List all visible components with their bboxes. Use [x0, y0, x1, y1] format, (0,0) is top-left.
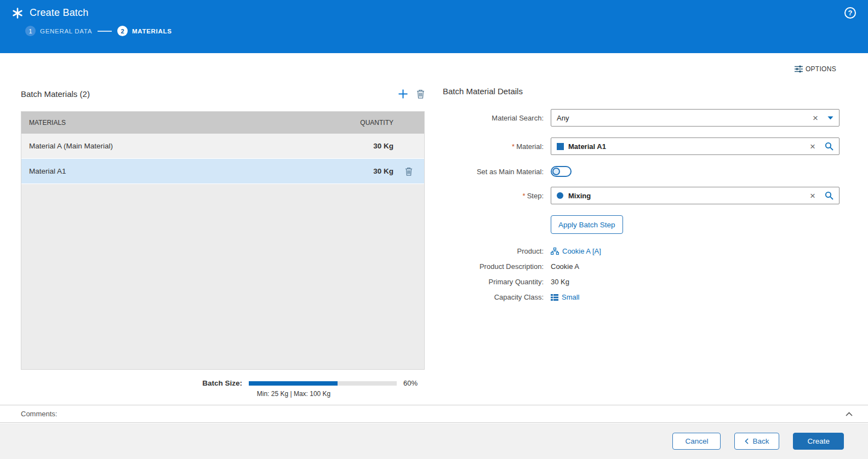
back-label: Back — [752, 437, 769, 445]
add-material-button[interactable] — [398, 89, 408, 99]
required-marker: * — [523, 192, 526, 200]
product-description-value: Cookie A — [551, 262, 579, 271]
batch-size-percent: 60% — [403, 379, 422, 387]
step-value: Mixing — [568, 192, 591, 200]
comments-label: Comments: — [21, 410, 57, 418]
options-label: OPTIONS — [806, 65, 836, 73]
search-icon[interactable] — [825, 142, 833, 151]
required-marker: * — [512, 142, 515, 151]
material-value: Material A1 — [568, 142, 606, 151]
product-description-label: Product Description: — [443, 262, 551, 271]
plus-icon — [398, 89, 408, 99]
step-2-circle: 2 — [117, 26, 128, 36]
product-hierarchy-icon — [551, 248, 559, 255]
chevron-left-icon — [745, 438, 749, 444]
capacity-grid-icon — [551, 294, 558, 301]
materials-actions — [398, 89, 425, 99]
help-glyph: ? — [848, 9, 853, 17]
material-search-value: Any — [557, 114, 569, 122]
batch-materials-header: Batch Materials (2) — [21, 87, 425, 101]
batch-materials-table: MATERIALS QUANTITY Material A (Main Mate… — [21, 111, 425, 370]
search-icon[interactable] — [825, 191, 833, 200]
primary-quantity-value: 30 Kg — [551, 278, 569, 286]
batch-materials-title: Batch Materials (2) — [21, 89, 90, 99]
row-action-cell — [393, 167, 424, 176]
material-search-label: Material Search: — [443, 114, 551, 122]
product-description-row: Product Description: Cookie A — [443, 262, 852, 271]
step-label: *Step: — [443, 192, 551, 200]
step-1-label: GENERAL DATA — [40, 28, 92, 35]
step-connector-line — [98, 31, 112, 32]
material-search-input[interactable]: Any × — [551, 109, 840, 127]
quantity-cell: 30 Kg — [333, 142, 393, 150]
set-main-material-row: Set as Main Material: — [443, 166, 852, 177]
product-link[interactable]: Cookie A [A] — [551, 247, 601, 255]
material-input[interactable]: Material A1 × — [551, 137, 840, 155]
table-empty-area — [21, 184, 424, 369]
material-name-cell: Material A (Main Material) — [21, 142, 333, 150]
quantity-cell: 30 Kg — [333, 167, 393, 175]
set-main-material-label: Set as Main Material: — [443, 168, 551, 176]
app-header: Create Batch ? 1 GENERAL DATA 2 MATERIAL… — [0, 0, 868, 53]
batch-size-fill — [249, 381, 338, 386]
column-header-materials: MATERIALS — [21, 119, 333, 127]
batch-size-progressbar — [249, 381, 397, 386]
material-name-cell: Material A1 — [21, 167, 333, 175]
cancel-button[interactable]: Cancel — [672, 433, 721, 450]
set-main-material-toggle[interactable] — [551, 166, 572, 177]
create-button[interactable]: Create — [793, 433, 844, 450]
step-circle-icon — [557, 192, 563, 199]
batch-size-row: Batch Size: 60% — [21, 379, 425, 387]
material-square-icon — [557, 143, 564, 150]
capacity-class-label: Capacity Class: — [443, 293, 551, 301]
step-row: *Step: Mixing × — [443, 187, 852, 204]
step-general-data[interactable]: 1 GENERAL DATA — [25, 26, 92, 36]
table-row[interactable]: Material A (Main Material) 30 Kg — [21, 134, 424, 159]
batch-size-range-text: Min: 25 Kg | Max: 100 Kg — [212, 390, 376, 398]
back-button[interactable]: Back — [734, 433, 779, 450]
column-header-quantity: QUANTITY — [333, 119, 393, 127]
header-title-row: Create Batch ? — [0, 0, 868, 19]
toggle-knob — [552, 168, 560, 175]
step-input[interactable]: Mixing × — [551, 187, 840, 204]
capacity-class-row: Capacity Class: Small — [443, 293, 852, 301]
product-label: Product: — [443, 247, 551, 255]
footer-bar: Cancel Back Create — [0, 423, 868, 459]
step-2-label: MATERIALS — [132, 28, 172, 35]
apply-batch-step-button[interactable]: Apply Batch Step — [551, 215, 623, 234]
delete-material-button[interactable] — [416, 89, 425, 99]
capacity-class-link[interactable]: Small — [551, 293, 580, 301]
comments-section[interactable]: Comments: — [0, 405, 868, 423]
trash-icon — [416, 89, 425, 99]
primary-quantity-label: Primary Quantity: — [443, 278, 551, 286]
options-button[interactable]: OPTIONS — [791, 65, 840, 73]
page-title: Create Batch — [30, 7, 88, 19]
product-row: Product: Cookie A [A] — [443, 247, 852, 255]
primary-quantity-row: Primary Quantity: 30 Kg — [443, 278, 852, 286]
details-form: Material Search: Any × *Material: Mat — [443, 109, 852, 301]
chevron-down-icon[interactable] — [827, 116, 833, 120]
batch-materials-panel: Batch Materials (2) MATERIALS QUANTITY — [21, 87, 425, 398]
material-row: *Material: Material A1 × — [443, 137, 852, 155]
asterisk-logo-icon — [12, 8, 23, 19]
capacity-class-value: Small — [562, 293, 580, 301]
clear-icon[interactable]: × — [810, 142, 815, 151]
options-sliders-icon — [795, 65, 803, 73]
create-batch-window: Create Batch ? 1 GENERAL DATA 2 MATERIAL… — [0, 0, 868, 459]
step-materials[interactable]: 2 MATERIALS — [117, 26, 172, 36]
batch-size-label: Batch Size: — [202, 379, 242, 387]
clear-icon[interactable]: × — [810, 191, 815, 200]
batch-material-details-panel: Batch Material Details Material Search: … — [443, 87, 852, 308]
material-search-row: Material Search: Any × — [443, 109, 852, 127]
apply-batch-step-row: Apply Batch Step — [443, 215, 852, 234]
delete-row-button[interactable] — [405, 167, 413, 176]
step-1-circle: 1 — [25, 26, 36, 36]
clear-icon[interactable]: × — [813, 113, 818, 123]
help-icon[interactable]: ? — [844, 7, 856, 19]
trash-icon — [405, 167, 413, 176]
collapse-comments-icon[interactable] — [846, 412, 853, 416]
product-value: Cookie A [A] — [562, 247, 601, 255]
table-row-selected[interactable]: Material A1 30 Kg — [21, 159, 424, 184]
material-label: *Material: — [443, 142, 551, 151]
table-header-row: MATERIALS QUANTITY — [21, 112, 424, 134]
